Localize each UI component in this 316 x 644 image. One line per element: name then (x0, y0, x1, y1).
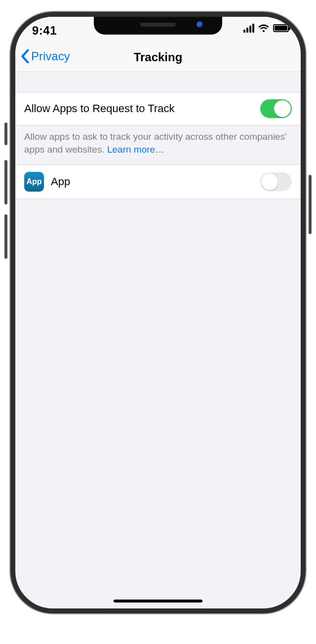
cellular-icon (243, 24, 254, 33)
toggle-knob (261, 173, 278, 190)
setting-group-allow-tracking: Allow Apps to Request to Track (15, 92, 301, 125)
section-footer: Allow apps to ask to track your activity… (15, 125, 301, 164)
notch (94, 17, 222, 35)
status-icons (243, 24, 289, 33)
home-indicator[interactable] (114, 600, 202, 603)
row-allow-tracking-label: Allow Apps to Request to Track (24, 102, 175, 115)
page-title: Tracking (15, 50, 301, 64)
setting-group-apps: App App (15, 164, 301, 199)
row-app-label: App (51, 175, 70, 188)
toggle-knob (274, 100, 291, 117)
side-button-silence (4, 122, 7, 145)
navigation-bar: Privacy Tracking (15, 44, 301, 72)
battery-icon (273, 24, 289, 32)
side-button-power (309, 175, 312, 234)
toggle-allow-tracking[interactable] (260, 99, 292, 118)
front-camera (197, 21, 203, 28)
row-app[interactable]: App App (15, 165, 301, 199)
app-icon: App (24, 172, 44, 192)
toggle-app[interactable] (260, 172, 292, 191)
wifi-icon (258, 24, 269, 33)
speaker-grille (140, 23, 176, 27)
status-time: 9:41 (32, 24, 57, 38)
side-button-volume-down (4, 214, 7, 259)
phone-frame: 9:41 Privacy Tracking (10, 12, 306, 613)
side-button-volume-up (4, 160, 7, 204)
content: Allow Apps to Request to Track Allow app… (15, 72, 301, 199)
row-allow-tracking[interactable]: Allow Apps to Request to Track (15, 92, 301, 125)
learn-more-link[interactable]: Learn more… (107, 144, 164, 155)
